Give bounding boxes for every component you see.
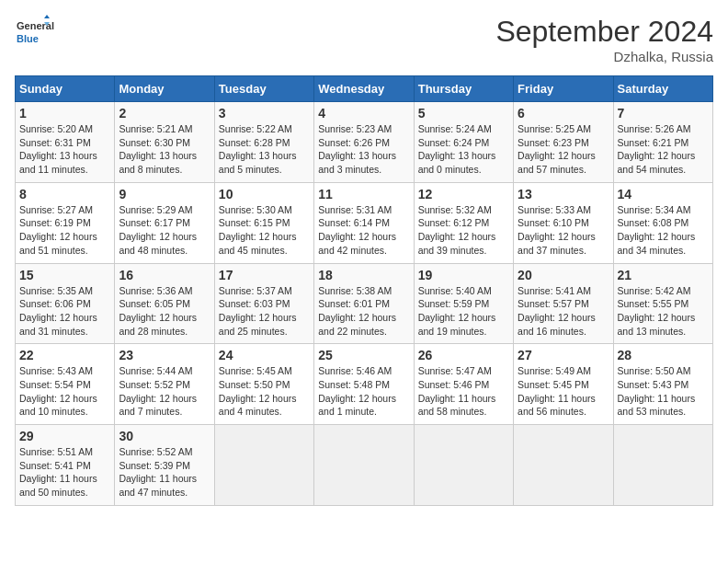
day-cell-9: 9 Sunrise: 5:29 AMSunset: 6:17 PMDayligh…	[115, 182, 214, 263]
day-number: 15	[19, 268, 110, 282]
logo-svg: General Blue	[15, 15, 97, 52]
day-cell-10: 10 Sunrise: 5:30 AMSunset: 6:15 PMDaylig…	[214, 182, 313, 263]
day-info: Sunrise: 5:37 AMSunset: 6:03 PMDaylight:…	[219, 284, 310, 339]
day-number: 4	[318, 106, 409, 121]
day-info: Sunrise: 5:49 AMSunset: 5:45 PMDaylight:…	[518, 364, 609, 419]
day-cell-27: 27 Sunrise: 5:49 AMSunset: 5:45 PMDaylig…	[514, 344, 613, 425]
day-info: Sunrise: 5:31 AMSunset: 6:14 PMDaylight:…	[318, 203, 409, 258]
day-cell-11: 11 Sunrise: 5:31 AMSunset: 6:14 PMDaylig…	[314, 182, 414, 263]
day-cell-13: 13 Sunrise: 5:33 AMSunset: 6:10 PMDaylig…	[514, 182, 613, 263]
empty-cell	[613, 425, 712, 506]
day-info: Sunrise: 5:35 AMSunset: 6:06 PMDaylight:…	[19, 284, 110, 339]
day-cell-21: 21 Sunrise: 5:42 AMSunset: 5:55 PMDaylig…	[613, 263, 712, 344]
day-cell-8: 8 Sunrise: 5:27 AMSunset: 6:19 PMDayligh…	[16, 182, 115, 263]
weekday-header-saturday: Saturday	[613, 76, 712, 102]
day-info: Sunrise: 5:26 AMSunset: 6:21 PMDaylight:…	[618, 122, 709, 177]
day-info: Sunrise: 5:38 AMSunset: 6:01 PMDaylight:…	[318, 284, 409, 339]
day-info: Sunrise: 5:41 AMSunset: 5:57 PMDaylight:…	[518, 284, 609, 339]
day-number: 14	[618, 187, 709, 201]
day-info: Sunrise: 5:25 AMSunset: 6:23 PMDaylight:…	[518, 122, 609, 177]
day-number: 17	[219, 268, 310, 282]
day-info: Sunrise: 5:30 AMSunset: 6:15 PMDaylight:…	[219, 203, 310, 258]
calendar-row-1: 1 Sunrise: 5:20 AMSunset: 6:31 PMDayligh…	[16, 102, 713, 183]
day-info: Sunrise: 5:23 AMSunset: 6:26 PMDaylight:…	[318, 122, 409, 177]
day-info: Sunrise: 5:51 AMSunset: 5:41 PMDaylight:…	[19, 445, 110, 500]
day-cell-20: 20 Sunrise: 5:41 AMSunset: 5:57 PMDaylig…	[514, 263, 613, 344]
empty-cell	[214, 425, 313, 506]
weekday-header-monday: Monday	[115, 76, 214, 102]
title-block: September 2024 Dzhalka, Russia	[495, 15, 713, 64]
day-cell-12: 12 Sunrise: 5:32 AMSunset: 6:12 PMDaylig…	[414, 182, 513, 263]
day-cell-2: 2 Sunrise: 5:21 AMSunset: 6:30 PMDayligh…	[115, 102, 214, 183]
day-cell-30: 30 Sunrise: 5:52 AMSunset: 5:39 PMDaylig…	[115, 425, 214, 506]
day-cell-1: 1 Sunrise: 5:20 AMSunset: 6:31 PMDayligh…	[16, 102, 115, 183]
empty-cell	[414, 425, 513, 506]
day-info: Sunrise: 5:42 AMSunset: 5:55 PMDaylight:…	[618, 284, 709, 339]
day-number: 9	[119, 187, 210, 201]
calendar-row-4: 22 Sunrise: 5:43 AMSunset: 5:54 PMDaylig…	[16, 344, 713, 425]
day-number: 6	[518, 106, 609, 121]
day-number: 25	[318, 348, 409, 362]
day-cell-25: 25 Sunrise: 5:46 AMSunset: 5:48 PMDaylig…	[314, 344, 414, 425]
day-cell-22: 22 Sunrise: 5:43 AMSunset: 5:54 PMDaylig…	[16, 344, 115, 425]
weekday-header-sunday: Sunday	[16, 76, 115, 102]
day-cell-6: 6 Sunrise: 5:25 AMSunset: 6:23 PMDayligh…	[514, 102, 613, 183]
svg-text:Blue: Blue	[17, 33, 39, 44]
day-number: 20	[518, 268, 609, 282]
day-info: Sunrise: 5:47 AMSunset: 5:46 PMDaylight:…	[418, 364, 509, 419]
day-cell-24: 24 Sunrise: 5:45 AMSunset: 5:50 PMDaylig…	[214, 344, 313, 425]
location-subtitle: Dzhalka, Russia	[495, 49, 713, 64]
day-number: 30	[119, 429, 210, 443]
day-cell-4: 4 Sunrise: 5:23 AMSunset: 6:26 PMDayligh…	[314, 102, 414, 183]
day-number: 3	[219, 106, 310, 121]
day-number: 26	[418, 348, 509, 362]
svg-text:General: General	[17, 20, 54, 31]
day-number: 28	[618, 348, 709, 362]
page-header: General Blue September 2024 Dzhalka, Rus…	[15, 15, 713, 64]
day-info: Sunrise: 5:45 AMSunset: 5:50 PMDaylight:…	[219, 364, 310, 419]
day-cell-18: 18 Sunrise: 5:38 AMSunset: 6:01 PMDaylig…	[314, 263, 414, 344]
day-info: Sunrise: 5:52 AMSunset: 5:39 PMDaylight:…	[119, 445, 210, 500]
day-info: Sunrise: 5:22 AMSunset: 6:28 PMDaylight:…	[219, 122, 310, 177]
day-info: Sunrise: 5:24 AMSunset: 6:24 PMDaylight:…	[418, 122, 509, 177]
day-number: 8	[19, 187, 110, 201]
day-info: Sunrise: 5:50 AMSunset: 5:43 PMDaylight:…	[618, 364, 709, 419]
day-number: 22	[19, 348, 110, 362]
day-cell-17: 17 Sunrise: 5:37 AMSunset: 6:03 PMDaylig…	[214, 263, 313, 344]
day-cell-19: 19 Sunrise: 5:40 AMSunset: 5:59 PMDaylig…	[414, 263, 513, 344]
day-cell-5: 5 Sunrise: 5:24 AMSunset: 6:24 PMDayligh…	[414, 102, 513, 183]
day-info: Sunrise: 5:36 AMSunset: 6:05 PMDaylight:…	[119, 284, 210, 339]
day-cell-14: 14 Sunrise: 5:34 AMSunset: 6:08 PMDaylig…	[613, 182, 712, 263]
day-number: 24	[219, 348, 310, 362]
day-info: Sunrise: 5:34 AMSunset: 6:08 PMDaylight:…	[618, 203, 709, 258]
day-number: 19	[418, 268, 509, 282]
calendar-row-5: 29 Sunrise: 5:51 AMSunset: 5:41 PMDaylig…	[16, 425, 713, 506]
day-number: 27	[518, 348, 609, 362]
day-cell-28: 28 Sunrise: 5:50 AMSunset: 5:43 PMDaylig…	[613, 344, 712, 425]
day-number: 12	[418, 187, 509, 201]
day-info: Sunrise: 5:21 AMSunset: 6:30 PMDaylight:…	[119, 122, 210, 177]
day-info: Sunrise: 5:40 AMSunset: 5:59 PMDaylight:…	[418, 284, 509, 339]
day-number: 2	[119, 106, 210, 121]
day-info: Sunrise: 5:43 AMSunset: 5:54 PMDaylight:…	[19, 364, 110, 419]
day-number: 1	[19, 106, 110, 121]
day-info: Sunrise: 5:44 AMSunset: 5:52 PMDaylight:…	[119, 364, 210, 419]
weekday-header-friday: Friday	[514, 76, 613, 102]
day-number: 13	[518, 187, 609, 201]
day-info: Sunrise: 5:32 AMSunset: 6:12 PMDaylight:…	[418, 203, 509, 258]
day-cell-7: 7 Sunrise: 5:26 AMSunset: 6:21 PMDayligh…	[613, 102, 712, 183]
day-number: 5	[418, 106, 509, 121]
day-number: 18	[318, 268, 409, 282]
calendar-table: SundayMondayTuesdayWednesdayThursdayFrid…	[15, 75, 713, 506]
day-number: 21	[618, 268, 709, 282]
weekday-header-wednesday: Wednesday	[314, 76, 414, 102]
day-number: 7	[618, 106, 709, 121]
day-number: 10	[219, 187, 310, 201]
day-info: Sunrise: 5:20 AMSunset: 6:31 PMDaylight:…	[19, 122, 110, 177]
weekday-header-tuesday: Tuesday	[214, 76, 313, 102]
day-cell-23: 23 Sunrise: 5:44 AMSunset: 5:52 PMDaylig…	[115, 344, 214, 425]
day-info: Sunrise: 5:33 AMSunset: 6:10 PMDaylight:…	[518, 203, 609, 258]
day-cell-15: 15 Sunrise: 5:35 AMSunset: 6:06 PMDaylig…	[16, 263, 115, 344]
empty-cell	[314, 425, 414, 506]
weekday-header-thursday: Thursday	[414, 76, 513, 102]
